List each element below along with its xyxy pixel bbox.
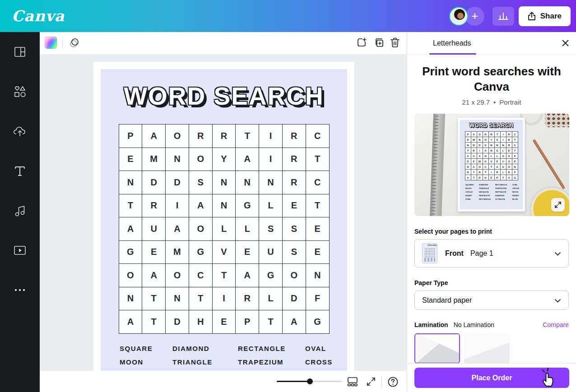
- fullscreen-button[interactable]: [366, 376, 376, 389]
- place-order-button[interactable]: Place Order: [414, 368, 569, 388]
- sidebar-item-more[interactable]: [0, 270, 40, 310]
- grid-cell: O: [119, 264, 142, 287]
- overlapping-circles-button[interactable]: [68, 37, 81, 51]
- sidebar-item-audio[interactable]: [0, 191, 40, 231]
- zoom-slider-thumb[interactable]: [307, 378, 313, 384]
- lamination-option-laminated[interactable]: [464, 333, 510, 364]
- canvas-bottom-bar: [40, 371, 407, 392]
- background-color-swatch[interactable]: [45, 37, 57, 49]
- grid-cell: O: [483, 137, 488, 142]
- grid-cell: E: [495, 159, 500, 164]
- grid-cell: T: [306, 194, 329, 217]
- grid-cell: G: [259, 264, 282, 287]
- grid-cell: N: [119, 287, 142, 310]
- grid-cell: A: [477, 153, 483, 158]
- add-page-icon[interactable]: [356, 37, 367, 48]
- grid-cell: F: [512, 170, 518, 175]
- pages-view-button[interactable]: [347, 376, 358, 389]
- paper-type-dropdown[interactable]: Standard paper: [414, 291, 569, 310]
- grid-cell: I: [166, 194, 189, 217]
- delete-page-icon[interactable]: [390, 37, 400, 48]
- grid-cell: E: [283, 194, 306, 217]
- grid-cell: D: [477, 175, 483, 180]
- duplicate-page-icon[interactable]: [373, 37, 384, 48]
- page-number-label: Page 1: [470, 249, 493, 258]
- videos-play-icon: [13, 244, 27, 256]
- page-select-dropdown[interactable]: WORD SEARCH Front Page 1: [414, 239, 569, 267]
- pen-photo-prop: [533, 139, 566, 189]
- lamination-value: No Lamination: [454, 321, 494, 328]
- avatar[interactable]: [449, 7, 468, 26]
- grid-cell: P: [236, 310, 259, 333]
- insights-button[interactable]: [492, 7, 514, 26]
- grid-cell: I: [501, 132, 506, 137]
- lamination-option-none[interactable]: [414, 333, 460, 364]
- grid-cell: T: [501, 175, 506, 180]
- grid-cell: U: [259, 241, 282, 264]
- grid-cell: A: [142, 125, 165, 148]
- grid-cell: S: [483, 143, 488, 148]
- grid-cell: N: [213, 194, 236, 217]
- grid-cell: T: [471, 170, 477, 175]
- fullscreen-icon: [366, 376, 376, 387]
- close-panel-button[interactable]: [561, 39, 570, 49]
- grid-cell: I: [489, 170, 494, 175]
- pages-view-icon: [347, 376, 358, 387]
- grid-cell: R: [283, 148, 306, 171]
- word-list: SQUAREDIAMONDRECTANGLEOVALMOONTRIANGLETR…: [120, 345, 347, 366]
- grid-cell: L: [489, 153, 494, 158]
- design-page[interactable]: WORD SEARCH PAORRTIRCEMNOYAIRTNDDSNNNRCT…: [93, 62, 354, 371]
- chevron-down-icon: [554, 249, 561, 258]
- grid-cell: T: [512, 137, 518, 142]
- word-list-item: CROSS: [512, 187, 523, 189]
- page-background: WORD SEARCH PAORRTIRCEMNOYAIRTNDDSNNNRCT…: [101, 69, 347, 371]
- audio-note-icon: [13, 204, 27, 217]
- tab-letterheads[interactable]: Letterheads: [433, 39, 471, 47]
- design-canvas[interactable]: WORD SEARCH PAORRTIRCEMNOYAIRTNDDSNNNRCT…: [40, 54, 407, 371]
- share-button[interactable]: Share: [519, 6, 571, 26]
- zoom-slider-fill: [277, 381, 310, 382]
- grid-cell: U: [471, 153, 477, 158]
- sidebar-item-videos[interactable]: [0, 231, 40, 270]
- grid-cell: N: [477, 137, 483, 142]
- sidebar-item-elements[interactable]: [0, 72, 40, 111]
- grid-cell: C: [512, 132, 518, 137]
- grid-cell: D: [166, 310, 189, 333]
- sidebar-item-text[interactable]: [0, 151, 40, 191]
- grid-cell: M: [477, 159, 483, 164]
- word-list-item: SQUARE: [120, 345, 172, 352]
- page-side-label: Front: [445, 249, 464, 258]
- word-search-grid: PAORRTIRCEMNOYAIRTNDDSNNNRCTRIANGLETAUAO…: [119, 124, 330, 334]
- grid-cell: D: [283, 287, 306, 310]
- word-list-item: HEXAGON: [479, 191, 495, 193]
- compare-link[interactable]: Compare: [543, 321, 569, 328]
- grid-cell: N: [166, 287, 189, 310]
- size-orientation: 21 x 29.7 • Portrait: [407, 98, 576, 106]
- zoom-slider[interactable]: [277, 381, 342, 382]
- grid-cell: I: [477, 148, 483, 153]
- word-list-item: MOON: [512, 191, 523, 193]
- grid-cell: C: [306, 171, 329, 194]
- sidebar-item-uploads[interactable]: [0, 111, 40, 151]
- expand-preview-button[interactable]: [551, 198, 565, 212]
- word-list-item: HEART: [512, 194, 523, 197]
- grid-cell: L: [501, 170, 506, 175]
- grid-cell: M: [166, 241, 189, 264]
- word-search-title: WORD SEARCH: [101, 82, 347, 111]
- grid-cell: R: [283, 125, 306, 148]
- word-list-item: DIAMOND: [172, 345, 238, 352]
- help-button[interactable]: [387, 376, 399, 389]
- grid-cell: T: [236, 125, 259, 148]
- grid-cell: R: [213, 125, 236, 148]
- sidebar-item-design[interactable]: [0, 32, 40, 72]
- canva-logo[interactable]: Canva: [12, 7, 65, 25]
- insights-chart-icon: [498, 12, 508, 21]
- grid-cell: A: [465, 175, 471, 180]
- grid-cell: L: [259, 194, 282, 217]
- elements-shapes-icon: [13, 84, 27, 99]
- print-preview-image[interactable]: WORD SEARCH PAORRTIRCEMNOYAIRTNDDSNNNRCT…: [414, 114, 569, 216]
- add-member-button[interactable]: +: [465, 7, 484, 26]
- grid-cell: A: [495, 137, 500, 142]
- grid-cell: S: [506, 159, 512, 164]
- grid-cell: D: [471, 143, 477, 148]
